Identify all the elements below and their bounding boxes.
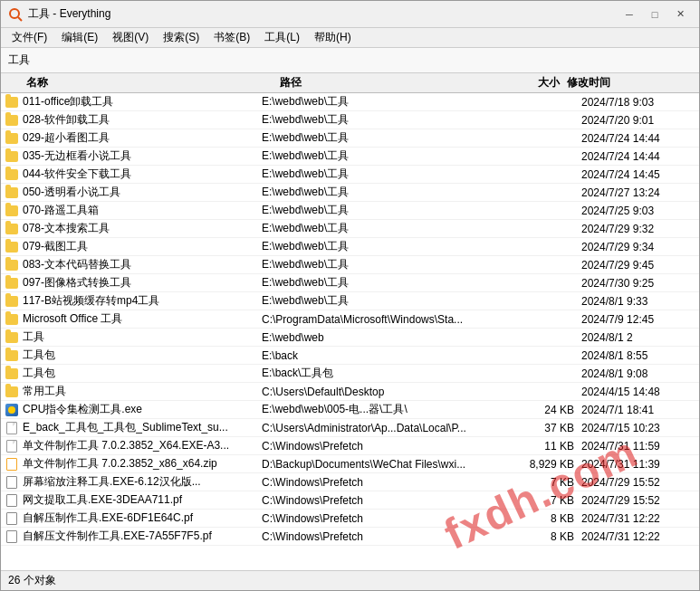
minimize-button[interactable]: ─	[618, 5, 641, 24]
row-name: 117-B站视频缓存转mp4工具	[23, 293, 258, 309]
row-name: 078-文本搜索工具	[23, 221, 258, 236]
row-name: Microsoft Office 工具	[23, 311, 258, 327]
maximize-button[interactable]: □	[643, 5, 666, 24]
row-name: 097-图像格式转换工具	[23, 275, 258, 291]
menu-item[interactable]: 工具(L)	[257, 28, 307, 47]
menu-item[interactable]: 书签(B)	[206, 28, 257, 47]
row-name: 029-超小看图工具	[23, 130, 258, 146]
file-icon	[5, 475, 19, 490]
menu-item[interactable]: 文件(F)	[5, 28, 54, 47]
row-date: 2024/7/25 9:03	[578, 205, 695, 217]
file-icon	[5, 167, 19, 182]
row-size: 8 KB	[505, 512, 578, 525]
row-date: 2024/7/9 12:45	[578, 313, 695, 326]
table-row[interactable]: 050-透明看小说工具E:\webd\web\工具2024/7/27 13:24	[1, 184, 699, 202]
table-row[interactable]: 自解压制作工具.EXE-6DF1E64C.pfC:\Windows\Prefet…	[1, 510, 699, 528]
row-size: 8 KB	[505, 530, 578, 543]
col-header-name[interactable]: 名称	[23, 75, 276, 91]
window-controls: ─ □ ✕	[618, 5, 692, 24]
table-row[interactable]: 工具包E:\back2024/8/1 8:55	[1, 347, 699, 365]
table-row[interactable]: 079-截图工具E:\webd\web\工具2024/7/29 9:34	[1, 238, 699, 256]
row-path: E:\back\工具包	[258, 366, 505, 381]
table-row[interactable]: 028-软件卸载工具E:\webd\web\工具2024/7/20 9:01	[1, 111, 699, 129]
menu-bar: 文件(F)编辑(E)视图(V)搜索(S)书签(B)工具(L)帮助(H)	[1, 28, 699, 48]
table-row[interactable]: 单文件制作工具 7.0.2.3852_x86_x64.zipD:\Backup\…	[1, 455, 699, 473]
col-header-size[interactable]: 大小	[491, 75, 563, 91]
row-path: E:\back	[258, 349, 505, 362]
file-icon	[5, 276, 19, 291]
table-row[interactable]: 工具E:\webd\web2024/8/1 2	[1, 329, 699, 347]
menu-item[interactable]: 视图(V)	[105, 28, 156, 47]
row-date: 2024/4/15 14:48	[578, 386, 695, 398]
row-name: 工具包	[23, 348, 258, 363]
file-icon	[5, 330, 19, 345]
table-row[interactable]: 044-软件安全下载工具E:\webd\web\工具2024/7/24 14:4…	[1, 166, 699, 184]
row-path: C:\ProgramData\Microsoft\Windows\Sta...	[258, 313, 505, 326]
row-path: E:\webd\web	[258, 331, 505, 344]
row-name: E_back_工具包_工具包_SublimeText_su...	[23, 420, 258, 435]
row-name: 常用工具	[23, 384, 258, 399]
row-name: CPU指令集检测工具.exe	[23, 402, 258, 417]
row-date: 2024/7/31 11:39	[578, 458, 695, 471]
table-row[interactable]: 单文件制作工具 7.0.2.3852_X64.EXE-A3...C:\Windo…	[1, 437, 699, 455]
row-date: 2024/7/30 9:25	[578, 277, 695, 290]
row-date: 2024/8/1 9:33	[578, 295, 695, 308]
row-path: E:\webd\web\工具	[258, 130, 505, 146]
table-row[interactable]: 035-无边框看小说工具E:\webd\web\工具2024/7/24 14:4…	[1, 148, 699, 166]
file-icon	[5, 240, 19, 254]
file-icon	[5, 204, 19, 218]
row-name: 自解压制作工具.EXE-6DF1E64C.pf	[23, 510, 258, 526]
row-date: 2024/7/31 12:22	[578, 530, 695, 543]
table-row[interactable]: 117-B站视频缓存转mp4工具E:\webd\web\工具2024/8/1 9…	[1, 292, 699, 310]
file-icon	[5, 113, 19, 128]
table-row[interactable]: 078-文本搜索工具E:\webd\web\工具2024/7/29 9:32	[1, 220, 699, 238]
table-row[interactable]: 自解压文件制作工具.EXE-7A55F7F5.pfC:\Windows\Pref…	[1, 528, 699, 546]
row-size: 11 KB	[505, 440, 578, 453]
file-icon	[5, 294, 19, 309]
file-icon	[5, 529, 19, 544]
row-date: 2024/7/20 9:01	[578, 114, 695, 127]
close-button[interactable]: ✕	[668, 5, 692, 24]
table-row[interactable]: CPU指令集检测工具.exeE:\webd\web\005-电...器\工具\2…	[1, 401, 699, 419]
file-icon	[5, 149, 19, 164]
menu-item[interactable]: 搜索(S)	[156, 28, 206, 47]
row-date: 2024/7/31 12:22	[578, 512, 695, 525]
row-path: E:\webd\web\工具	[258, 94, 505, 110]
table-row[interactable]: 083-文本代码替换工具E:\webd\web\工具2024/7/29 9:45	[1, 256, 699, 274]
search-bar: 工具	[1, 48, 699, 73]
table-row[interactable]: 011-office卸载工具E:\webd\web\工具2024/7/18 9:…	[1, 93, 699, 111]
column-header: 名称 路径 大小 修改时间	[1, 73, 699, 93]
file-icon	[5, 348, 19, 363]
row-date: 2024/7/29 9:45	[578, 259, 695, 272]
row-date: 2024/8/1 8:55	[578, 349, 695, 362]
row-name: 083-文本代码替换工具	[23, 257, 258, 272]
row-path: C:\Windows\Prefetch	[258, 476, 505, 489]
row-date: 2024/8/1 9:08	[578, 367, 695, 380]
row-name: 035-无边框看小说工具	[23, 148, 258, 164]
menu-item[interactable]: 编辑(E)	[54, 28, 105, 47]
table-row[interactable]: 097-图像格式转换工具E:\webd\web\工具2024/7/30 9:25	[1, 274, 699, 292]
row-path: C:\Windows\Prefetch	[258, 530, 505, 543]
table-row[interactable]: 常用工具C:\Users\Default\Desktop2024/4/15 14…	[1, 383, 699, 401]
row-name: 自解压文件制作工具.EXE-7A55F7F5.pf	[23, 529, 258, 544]
table-row[interactable]: 工具包E:\back\工具包2024/8/1 9:08	[1, 365, 699, 383]
col-header-path[interactable]: 路径	[276, 75, 491, 91]
table-row[interactable]: 029-超小看图工具E:\webd\web\工具2024/7/24 14:44	[1, 129, 699, 148]
title-bar: 工具 - Everything ─ □ ✕	[1, 1, 699, 28]
table-row[interactable]: Microsoft Office 工具C:\ProgramData\Micros…	[1, 310, 699, 329]
row-size: 24 KB	[505, 404, 578, 416]
status-count: 26 个对象	[8, 573, 56, 588]
table-row[interactable]: 屏幕缩放注释工具.EXE-6.12汉化版...C:\Windows\Prefet…	[1, 473, 699, 491]
file-list[interactable]: 011-office卸载工具E:\webd\web\工具2024/7/18 9:…	[1, 93, 699, 570]
svg-point-0	[10, 9, 19, 18]
table-row[interactable]: 070-路遥工具箱E:\webd\web\工具2024/7/25 9:03	[1, 202, 699, 220]
row-date: 2024/7/24 14:44	[578, 150, 695, 163]
table-row[interactable]: 网文提取工具.EXE-3DEAA711.pfC:\Windows\Prefetc…	[1, 491, 699, 510]
table-row[interactable]: E_back_工具包_工具包_SublimeText_su...C:\Users…	[1, 419, 699, 437]
row-name: 工具包	[23, 366, 258, 381]
row-path: E:\webd\web\工具	[258, 185, 505, 200]
col-header-date[interactable]: 修改时间	[563, 75, 681, 91]
menu-item[interactable]: 帮助(H)	[307, 28, 359, 47]
row-name: 028-软件卸载工具	[23, 112, 258, 128]
window-title: 工具 - Everything	[28, 6, 618, 22]
